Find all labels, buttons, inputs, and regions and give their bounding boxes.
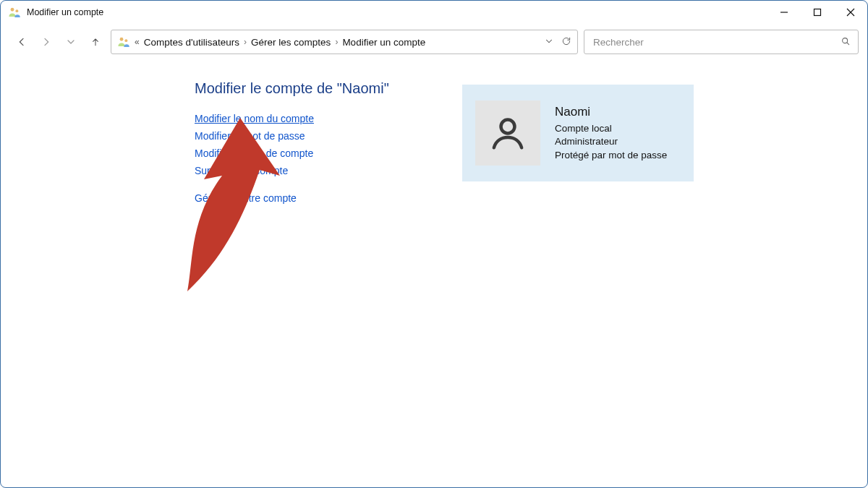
user-accounts-icon <box>117 35 130 48</box>
account-protection: Protégé par mot de passe <box>555 149 667 162</box>
address-bar[interactable]: « Comptes d'utilisateurs › Gérer les com… <box>111 30 578 54</box>
account-card: Naomi Compte local Administrateur Protég… <box>462 85 694 181</box>
account-kind: Compte local <box>555 122 667 135</box>
search-box[interactable] <box>584 30 859 54</box>
svg-point-1 <box>15 9 18 12</box>
window-title: Modifier un compte <box>27 7 767 17</box>
history-chevron-icon: « <box>135 37 140 47</box>
account-name: Naomi <box>555 104 667 121</box>
avatar <box>475 100 540 166</box>
titlebar: Modifier un compte <box>1 1 867 24</box>
up-button[interactable] <box>86 33 105 51</box>
svg-rect-2 <box>814 9 821 16</box>
content-area: Modifier le compte de "Naomi" Modifier l… <box>1 63 867 487</box>
back-button[interactable] <box>12 33 31 51</box>
account-role: Administrateur <box>555 135 667 148</box>
search-icon <box>841 36 851 48</box>
user-accounts-icon <box>8 6 21 19</box>
breadcrumb-item[interactable]: Comptes d'utilisateurs <box>144 37 239 48</box>
svg-point-0 <box>11 8 14 12</box>
breadcrumb-item[interactable]: Gérer les comptes <box>251 37 331 48</box>
manage-other-account-link[interactable]: Gérer un autre compte <box>195 192 297 204</box>
chevron-right-icon: › <box>335 37 338 47</box>
breadcrumb-item[interactable]: Modifier un compte <box>342 37 425 48</box>
svg-point-5 <box>843 38 848 43</box>
forward-button[interactable] <box>37 33 56 51</box>
address-dropdown-button[interactable] <box>544 36 554 48</box>
svg-point-3 <box>120 38 124 41</box>
change-account-type-link[interactable]: Modifier le type de compte <box>195 147 313 159</box>
minimize-button[interactable] <box>767 1 801 24</box>
navigation-row: « Comptes d'utilisateurs › Gérer les com… <box>12 28 859 56</box>
svg-point-6 <box>501 120 515 134</box>
person-icon <box>488 114 527 153</box>
breadcrumb: Comptes d'utilisateurs › Gérer les compt… <box>144 37 540 48</box>
search-input[interactable] <box>592 36 841 48</box>
account-info: Naomi Compte local Administrateur Protég… <box>555 104 667 162</box>
maximize-button[interactable] <box>801 1 834 24</box>
rename-account-link[interactable]: Modifier le nom du compte <box>195 113 314 124</box>
delete-account-link[interactable]: Supprimer le compte <box>195 165 288 176</box>
svg-point-4 <box>124 39 127 42</box>
close-button[interactable] <box>834 1 867 24</box>
recent-locations-button[interactable] <box>61 33 80 51</box>
chevron-right-icon: › <box>244 37 247 47</box>
window: Modifier un compte <box>0 0 868 488</box>
change-password-link[interactable]: Modifier le mot de passe <box>195 130 305 142</box>
window-controls <box>767 1 867 24</box>
refresh-button[interactable] <box>561 36 571 48</box>
